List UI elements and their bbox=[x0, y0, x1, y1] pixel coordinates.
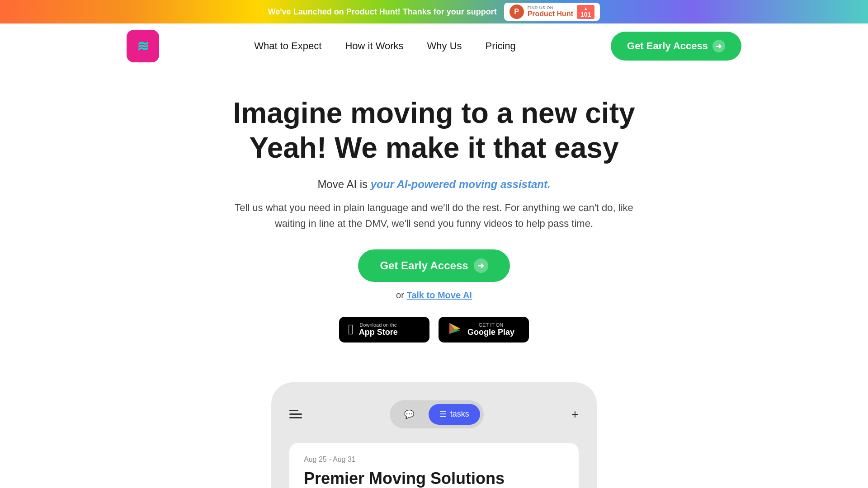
product-hunt-logo: P bbox=[509, 5, 524, 19]
chat-tab-button[interactable]: 💬 bbox=[393, 404, 425, 425]
nav-get-early-access-button[interactable]: Get Early Access ➜ bbox=[611, 32, 741, 61]
tab-group: 💬 ☰ tasks bbox=[390, 400, 484, 428]
hero-section: Imagine moving to a new city Yeah! We ma… bbox=[0, 69, 868, 382]
tasks-tab-button[interactable]: ☰ tasks bbox=[429, 404, 480, 425]
logo-icon: ≋ bbox=[137, 38, 149, 55]
moving-card: Aug 25 - Aug 31 Premier Moving Solutions… bbox=[289, 443, 579, 488]
apple-icon:  bbox=[348, 321, 354, 338]
banner-text: We've Launched on Product Hunt! Thanks f… bbox=[268, 7, 497, 17]
phone-toolbar: 💬 ☰ tasks + bbox=[289, 400, 579, 428]
nav-what-to-expect[interactable]: What to Expect bbox=[254, 40, 321, 52]
nav-cta-arrow-icon: ➜ bbox=[712, 40, 725, 52]
tasks-icon: ☰ bbox=[439, 409, 447, 419]
phone-mockup-container: 💬 ☰ tasks + Aug 25 - Aug 31 Premier Movi… bbox=[0, 382, 868, 488]
talk-to-move-ai-link[interactable]: Talk to Move AI bbox=[406, 290, 472, 300]
add-button[interactable]: + bbox=[571, 407, 579, 422]
hero-get-early-access-button[interactable]: Get Early Access ➜ bbox=[358, 249, 509, 282]
product-hunt-badge[interactable]: P FIND US ON Product Hunt ▲ 101 bbox=[504, 3, 600, 21]
google-play-button[interactable]: GET IT ON Google Play bbox=[439, 317, 529, 343]
product-hunt-count: ▲ 101 bbox=[577, 5, 594, 19]
card-date: Aug 25 - Aug 31 bbox=[304, 455, 564, 464]
nav-how-it-works[interactable]: How it Works bbox=[345, 40, 403, 52]
product-hunt-text: FIND US ON Product Hunt bbox=[528, 5, 573, 18]
navbar: ≋ What to Expect How it Works Why Us Pri… bbox=[0, 23, 868, 69]
hero-talk-link-container: or Talk to Move AI bbox=[396, 290, 472, 300]
chat-icon: 💬 bbox=[404, 409, 414, 419]
app-store-button[interactable]:  Download on the App Store bbox=[339, 317, 429, 343]
google-play-icon bbox=[448, 322, 462, 337]
hero-title: Imagine moving to a new city Yeah! We ma… bbox=[127, 96, 741, 165]
logo[interactable]: ≋ bbox=[127, 30, 159, 62]
top-banner: We've Launched on Product Hunt! Thanks f… bbox=[0, 0, 868, 23]
phone-mockup: 💬 ☰ tasks + Aug 25 - Aug 31 Premier Movi… bbox=[271, 382, 597, 488]
nav-pricing[interactable]: Pricing bbox=[486, 40, 516, 52]
nav-links: What to Expect How it Works Why Us Prici… bbox=[254, 40, 516, 52]
card-title: Premier Moving Solutions bbox=[304, 469, 564, 488]
hero-description: Tell us what you need in plain language … bbox=[231, 200, 637, 231]
hamburger-menu-icon[interactable] bbox=[289, 410, 302, 418]
nav-why-us[interactable]: Why Us bbox=[427, 40, 462, 52]
hero-subtitle: Move AI is your AI-powered moving assist… bbox=[127, 178, 741, 191]
store-buttons:  Download on the App Store bbox=[127, 317, 741, 343]
hero-cta-arrow-icon: ➜ bbox=[474, 258, 488, 273]
